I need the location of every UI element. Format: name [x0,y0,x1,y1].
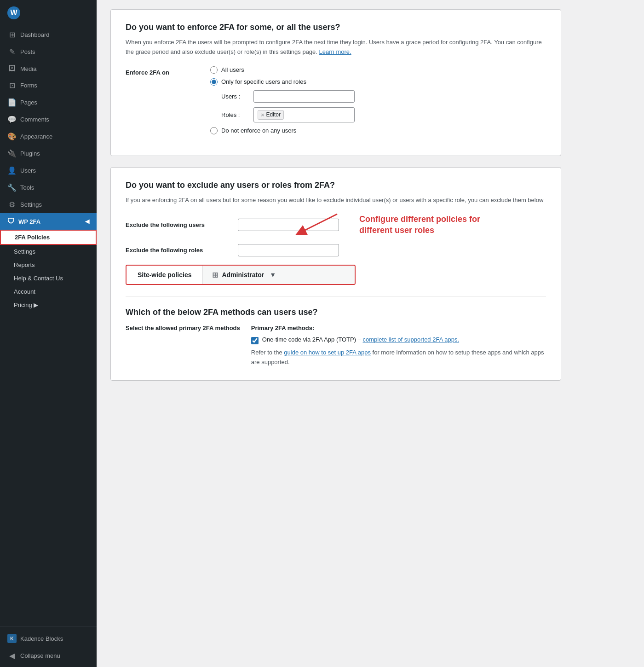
collapse-label: Collapse menu [20,652,60,659]
sidebar-item-wp2fa[interactable]: 🛡 WP 2FA ◀ [0,213,97,230]
tabs-bar: Site-wide policies ⊞ Administrator ▼ [126,265,356,285]
totp-option-text: One-time code via 2FA App (TOTP) – compl… [262,336,459,343]
sidebar-item-tools[interactable]: 🔧 Tools [0,179,97,196]
users-label: Users : [221,93,249,100]
radio-all-users-label: All users [221,66,244,73]
appearance-icon: 🎨 [7,132,17,141]
tabs-section: Site-wide policies ⊞ Administrator ▼ [126,265,546,285]
radio-specific-users[interactable]: Only for specific users and roles [210,78,546,86]
exclude-roles-input[interactable] [238,244,339,256]
settings-sub-label: Settings [14,248,35,255]
collapse-icon: ◀ [7,651,17,660]
enforce-controls: All users Only for specific users and ro… [210,66,546,134]
sidebar-item-label: Tools [20,184,34,191]
sidebar-item-label: Plugins [20,150,40,157]
sidebar-sub-item-settings[interactable]: Settings [0,245,97,258]
sidebar-sub-item-help[interactable]: Help & Contact Us [0,272,97,285]
sidebar: W ⊞ Dashboard ✎ Posts 🖼 Media ⊡ Forms 📄 … [0,0,97,667]
exclude-heading: Do you want to exclude any users or role… [126,180,546,190]
comments-icon: 💬 [7,115,17,124]
radio-specific-users-input[interactable] [210,78,218,86]
totp-checkbox[interactable] [251,337,259,344]
sidebar-sub-item-pricing[interactable]: Pricing ▶ [0,298,97,312]
grid-icon: ⊞ [212,271,218,279]
shield-icon: 🛡 [7,217,15,226]
users-field: Users : [221,90,546,103]
tag-remove-icon[interactable]: × [261,111,264,118]
radio-no-users-input[interactable] [210,127,218,134]
guide-link[interactable]: guide on how to set up 2FA apps [284,349,371,356]
sidebar-item-appearance[interactable]: 🎨 Appearance [0,128,97,145]
editor-tag: × Editor [258,110,284,120]
users-input[interactable] [253,90,355,103]
sidebar-item-kadence[interactable]: K Kadence Blocks [0,630,97,647]
sidebar-logo: W [0,0,97,26]
wordpress-icon: W [7,6,20,19]
annotation-arrow-svg [291,209,346,237]
forms-icon: ⊡ [7,81,17,90]
sidebar-sub-item-reports[interactable]: Reports [0,258,97,272]
sidebar-item-label: Comments [20,116,49,123]
tab-administrator[interactable]: ⊞ Administrator ▼ [203,266,355,284]
sidebar-item-plugins[interactable]: 🔌 Plugins [0,145,97,162]
settings-icon: ⚙ [7,200,17,209]
kadence-label: Kadence Blocks [20,635,63,642]
sidebar-item-label: Appearance [20,133,52,140]
reports-label: Reports [14,261,35,268]
roles-input[interactable]: × Editor [253,107,355,122]
sidebar-sub-item-2fa-policies[interactable]: 2FA Policies [0,230,97,245]
account-label: Account [14,288,35,295]
pages-icon: 📄 [7,98,17,107]
pricing-label: Pricing ▶ [14,302,38,308]
sidebar-item-pages[interactable]: 📄 Pages [0,94,97,111]
methods-row: Select the allowed primary 2FA methods P… [126,325,546,367]
users-icon: 👤 [7,166,17,175]
posts-icon: ✎ [7,47,17,56]
totp-link[interactable]: complete list of supported 2FA apps. [362,336,459,343]
wp2fa-label: WP 2FA [18,218,40,225]
sidebar-item-dashboard[interactable]: ⊞ Dashboard [0,26,97,43]
checkbox-totp: One-time code via 2FA App (TOTP) – compl… [251,336,546,344]
annotation-text: Configure different policies for differe… [359,214,497,236]
radio-no-users[interactable]: Do not enforce on any users [210,127,546,134]
sidebar-item-media[interactable]: 🖼 Media [0,60,97,77]
learn-more-link[interactable]: Learn more. [319,48,351,55]
sidebar-item-label: Users [20,167,36,174]
exclude-roles-row: Exclude the following roles [126,244,546,256]
sidebar-item-collapse[interactable]: ◀ Collapse menu [0,647,97,664]
tab-site-wide[interactable]: Site-wide policies [126,266,203,284]
roles-field: Roles : × Editor [221,107,546,122]
sidebar-bottom: K Kadence Blocks ◀ Collapse menu [0,626,97,667]
tab-administrator-label: Administrator [222,271,264,278]
radio-all-users-input[interactable] [210,66,218,74]
tab-site-wide-label: Site-wide policies [138,271,191,278]
sidebar-item-settings[interactable]: ⚙ Settings [0,196,97,213]
kadence-icon: K [7,634,17,643]
sidebar-item-label: Pages [20,99,37,106]
sidebar-item-comments[interactable]: 💬 Comments [0,111,97,128]
sidebar-item-label: Forms [20,82,37,89]
exclude-roles-label: Exclude the following roles [126,247,227,254]
enforce-label: Enforce 2FA on [126,66,199,76]
chevron-down-icon: ▼ [270,271,276,278]
enforce-description: When you enforce 2FA the users will be p… [126,38,546,57]
sidebar-sub-item-account[interactable]: Account [0,285,97,298]
sidebar-item-label: Media [20,65,36,72]
exclude-users-label: Exclude the following users [126,221,227,228]
sidebar-item-forms[interactable]: ⊡ Forms [0,77,97,94]
divider [126,296,546,296]
sidebar-item-users[interactable]: 👤 Users [0,162,97,179]
sidebar-item-posts[interactable]: ✎ Posts [0,43,97,60]
radio-all-users[interactable]: All users [210,66,546,74]
methods-select-label: Select the allowed primary 2FA methods [126,325,240,331]
methods-content: Primary 2FA methods: One-time code via 2… [251,325,546,367]
radio-no-users-label: Do not enforce on any users [221,127,296,134]
dashboard-icon: ⊞ [7,30,17,39]
wp2fa-arrow-icon: ◀ [85,218,89,225]
exclude-section: Do you want to exclude any users or role… [110,167,561,381]
tag-label: Editor [266,111,281,118]
sidebar-navigation: ⊞ Dashboard ✎ Posts 🖼 Media ⊡ Forms 📄 Pa… [0,26,97,626]
methods-section: Which of the below 2FA methods can users… [126,307,546,367]
methods-heading: Which of the below 2FA methods can users… [126,307,546,317]
enforce-form-row: Enforce 2FA on All users Only for specif… [126,66,546,134]
